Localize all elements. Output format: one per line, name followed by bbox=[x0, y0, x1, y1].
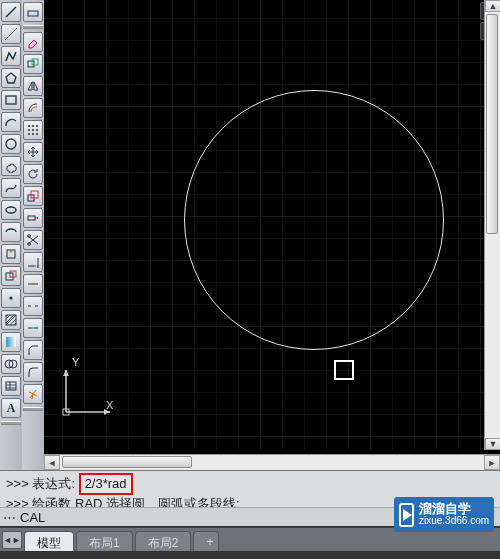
polyline-tool[interactable] bbox=[1, 46, 21, 66]
mtext-label: A bbox=[7, 401, 16, 416]
ucs-x-label: X bbox=[106, 399, 113, 411]
svg-point-9 bbox=[9, 296, 12, 299]
cursor-pickbox bbox=[334, 360, 354, 380]
svg-point-25 bbox=[36, 129, 38, 131]
svg-point-21 bbox=[32, 125, 34, 127]
drawing-area[interactable]: X Y bbox=[44, 0, 500, 450]
ucs-icon: X Y bbox=[58, 360, 118, 422]
tab-layout1[interactable]: 布局1 bbox=[76, 531, 133, 551]
mirror-tool[interactable] bbox=[23, 76, 43, 96]
svg-marker-18 bbox=[28, 82, 32, 90]
trim-tool[interactable] bbox=[23, 230, 43, 250]
ucs-y-label: Y bbox=[72, 356, 79, 368]
copy-tool[interactable] bbox=[23, 54, 43, 74]
region-tool[interactable] bbox=[1, 354, 21, 374]
chamfer-tool[interactable] bbox=[23, 340, 43, 360]
svg-point-27 bbox=[32, 133, 34, 135]
insert-block-tool[interactable] bbox=[1, 244, 21, 264]
drawing-area-wrap: X Y ▲ ▼ ◄ ► bbox=[44, 0, 500, 470]
ellipse-tool[interactable] bbox=[1, 200, 21, 220]
svg-line-0 bbox=[6, 7, 16, 17]
scroll-thumb-v[interactable] bbox=[486, 14, 498, 234]
watermark-url: zixue.3d66.com bbox=[419, 515, 489, 526]
array-tool[interactable] bbox=[23, 120, 43, 140]
modify-toolbar bbox=[22, 0, 44, 470]
line-tool[interactable] bbox=[1, 2, 21, 22]
rectangle-tool[interactable] bbox=[1, 90, 21, 110]
watermark: 溜溜自学 zixue.3d66.com bbox=[394, 497, 494, 532]
svg-rect-14 bbox=[6, 382, 16, 390]
circle-tool[interactable] bbox=[1, 134, 21, 154]
table-tool[interactable] bbox=[1, 376, 21, 396]
toolbar-separator bbox=[1, 421, 21, 425]
tab-label: 布局1 bbox=[89, 536, 120, 550]
scroll-up-button[interactable]: ▲ bbox=[485, 0, 500, 12]
svg-line-1 bbox=[5, 28, 17, 40]
svg-point-23 bbox=[28, 129, 30, 131]
tab-label: 模型 bbox=[37, 536, 61, 550]
ellipse-arc-tool[interactable] bbox=[1, 222, 21, 242]
toolbar-separator bbox=[23, 407, 43, 411]
svg-rect-11 bbox=[6, 337, 16, 347]
mtext-tool[interactable]: A bbox=[1, 398, 21, 418]
arc-tool[interactable] bbox=[1, 112, 21, 132]
stretch-tool[interactable] bbox=[23, 208, 43, 228]
hatch-tool[interactable] bbox=[1, 310, 21, 330]
watermark-brand: 溜溜自学 bbox=[419, 503, 489, 515]
scale-tool[interactable] bbox=[23, 186, 43, 206]
construction-line-tool[interactable] bbox=[1, 24, 21, 44]
play-icon bbox=[399, 503, 414, 527]
command-prompt-icon: ⋯ bbox=[0, 510, 18, 525]
svg-rect-17 bbox=[32, 59, 38, 65]
tab-label: 布局2 bbox=[148, 536, 179, 550]
scroll-thumb-h[interactable] bbox=[62, 456, 192, 468]
spline-tool[interactable] bbox=[1, 178, 21, 198]
tab-nav-button[interactable]: ◄► bbox=[2, 531, 22, 549]
move-tool[interactable] bbox=[23, 142, 43, 162]
circle-entity[interactable] bbox=[184, 90, 444, 350]
revision-cloud-tool[interactable] bbox=[1, 156, 21, 176]
toolbar-separator bbox=[23, 25, 43, 29]
svg-point-4 bbox=[6, 139, 16, 149]
svg-point-33 bbox=[28, 243, 31, 246]
svg-rect-15 bbox=[28, 11, 38, 16]
offset-tool[interactable] bbox=[23, 98, 43, 118]
scroll-left-button[interactable]: ◄ bbox=[44, 455, 60, 470]
cmd-line1-prefix: >>> 表达式: bbox=[6, 476, 75, 491]
cmd-line1-expression: 2/3*rad bbox=[79, 473, 133, 495]
svg-marker-38 bbox=[63, 370, 69, 376]
svg-rect-3 bbox=[6, 96, 16, 104]
scroll-down-button[interactable]: ▼ bbox=[485, 438, 500, 450]
draw-toolbar: A bbox=[0, 0, 22, 470]
svg-point-26 bbox=[28, 133, 30, 135]
props-unknown-1[interactable] bbox=[23, 2, 43, 22]
tab-add-button[interactable]: + bbox=[193, 531, 219, 551]
svg-point-5 bbox=[6, 207, 16, 213]
break-at-point-tool[interactable] bbox=[23, 274, 43, 294]
point-tool[interactable] bbox=[1, 288, 21, 308]
tab-layout2[interactable]: 布局2 bbox=[135, 531, 192, 551]
erase-tool[interactable] bbox=[23, 32, 43, 52]
svg-point-32 bbox=[28, 235, 31, 238]
extend-tool[interactable] bbox=[23, 252, 43, 272]
explode-tool[interactable] bbox=[23, 384, 43, 404]
svg-point-28 bbox=[36, 133, 38, 135]
horizontal-scrollbar[interactable]: ◄ ► bbox=[44, 454, 500, 470]
svg-rect-31 bbox=[28, 216, 35, 220]
gradient-tool[interactable] bbox=[1, 332, 21, 352]
svg-point-20 bbox=[28, 125, 30, 127]
join-tool[interactable] bbox=[23, 318, 43, 338]
svg-marker-19 bbox=[34, 82, 38, 90]
rotate-tool[interactable] bbox=[23, 164, 43, 184]
svg-rect-16 bbox=[28, 61, 34, 67]
make-block-tool[interactable] bbox=[1, 266, 21, 286]
svg-point-34 bbox=[32, 283, 34, 285]
scroll-right-button[interactable]: ► bbox=[484, 455, 500, 470]
fillet-tool[interactable] bbox=[23, 362, 43, 382]
tab-model[interactable]: 模型 bbox=[24, 531, 74, 551]
polygon-tool[interactable] bbox=[1, 68, 21, 88]
svg-marker-2 bbox=[6, 73, 16, 83]
svg-point-22 bbox=[36, 125, 38, 127]
break-tool[interactable] bbox=[23, 296, 43, 316]
vertical-scrollbar[interactable]: ▲ ▼ bbox=[484, 0, 500, 450]
